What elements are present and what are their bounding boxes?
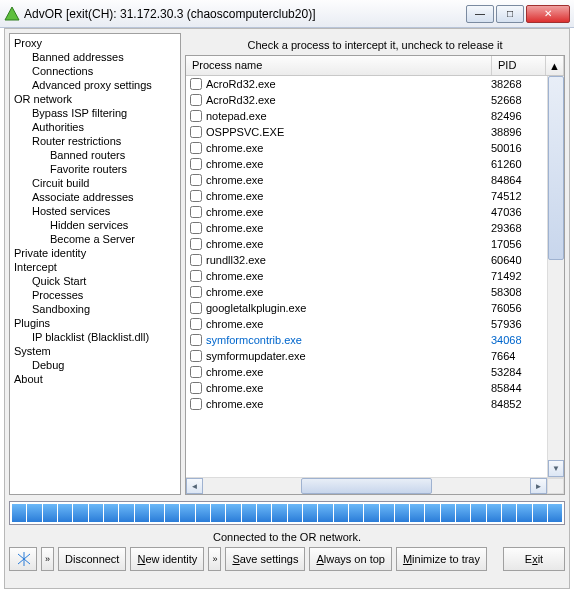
- process-row[interactable]: chrome.exe47036: [186, 204, 547, 220]
- close-button[interactable]: ✕: [526, 5, 570, 23]
- intercept-checkbox[interactable]: [190, 318, 202, 330]
- disconnect-button[interactable]: Disconnect: [58, 547, 126, 571]
- network-menu-button[interactable]: »: [41, 547, 54, 571]
- nav-tree[interactable]: ProxyBanned addressesConnectionsAdvanced…: [9, 33, 181, 495]
- tree-item[interactable]: Associate addresses: [10, 190, 180, 204]
- scroll-down-button[interactable]: ▼: [548, 460, 564, 477]
- app-icon: [4, 6, 20, 22]
- tree-item[interactable]: Debug: [10, 358, 180, 372]
- tree-item[interactable]: Banned addresses: [10, 50, 180, 64]
- process-row[interactable]: chrome.exe53284: [186, 364, 547, 380]
- intercept-checkbox[interactable]: [190, 126, 202, 138]
- scroll-up-button[interactable]: ▲: [546, 56, 564, 75]
- intercept-checkbox[interactable]: [190, 334, 202, 346]
- process-row[interactable]: chrome.exe84864: [186, 172, 547, 188]
- process-row[interactable]: chrome.exe74512: [186, 188, 547, 204]
- scroll-thumb[interactable]: [548, 76, 564, 260]
- process-row[interactable]: chrome.exe17056: [186, 236, 547, 252]
- tree-item[interactable]: OR network: [10, 92, 180, 106]
- tree-item[interactable]: Sandboxing: [10, 302, 180, 316]
- intercept-checkbox[interactable]: [190, 270, 202, 282]
- horizontal-scrollbar[interactable]: ◄ ►: [186, 477, 564, 494]
- network-icon-button[interactable]: [9, 547, 37, 571]
- intercept-checkbox[interactable]: [190, 190, 202, 202]
- process-pid: 7664: [491, 350, 547, 362]
- intercept-checkbox[interactable]: [190, 254, 202, 266]
- scroll-right-button[interactable]: ►: [530, 478, 547, 494]
- intercept-checkbox[interactable]: [190, 110, 202, 122]
- process-row[interactable]: rundll32.exe60640: [186, 252, 547, 268]
- tree-item[interactable]: IP blacklist (Blacklist.dll): [10, 330, 180, 344]
- vertical-scrollbar[interactable]: ▼: [547, 76, 564, 477]
- tree-item[interactable]: Hidden services: [10, 218, 180, 232]
- process-row[interactable]: chrome.exe71492: [186, 268, 547, 284]
- intercept-checkbox[interactable]: [190, 302, 202, 314]
- hscroll-track[interactable]: [203, 478, 530, 494]
- intercept-checkbox[interactable]: [190, 142, 202, 154]
- process-row[interactable]: chrome.exe57936: [186, 316, 547, 332]
- process-row[interactable]: chrome.exe61260: [186, 156, 547, 172]
- intercept-checkbox[interactable]: [190, 286, 202, 298]
- new-identity-menu-button[interactable]: »: [208, 547, 221, 571]
- intercept-checkbox[interactable]: [190, 206, 202, 218]
- intercept-checkbox[interactable]: [190, 222, 202, 234]
- process-row[interactable]: chrome.exe50016: [186, 140, 547, 156]
- progress-segment: [425, 504, 439, 522]
- process-row[interactable]: googletalkplugin.exe76056: [186, 300, 547, 316]
- tree-item[interactable]: Banned routers: [10, 148, 180, 162]
- new-identity-button[interactable]: New identity: [130, 547, 204, 571]
- intercept-checkbox[interactable]: [190, 94, 202, 106]
- tree-item[interactable]: Proxy: [10, 36, 180, 50]
- exit-button[interactable]: Exit: [503, 547, 565, 571]
- tree-item[interactable]: Plugins: [10, 316, 180, 330]
- process-row[interactable]: chrome.exe85844: [186, 380, 547, 396]
- hscroll-thumb[interactable]: [301, 478, 432, 494]
- minimize-button[interactable]: —: [466, 5, 494, 23]
- always-on-top-button[interactable]: Always on top: [309, 547, 392, 571]
- intercept-checkbox[interactable]: [190, 366, 202, 378]
- tree-item[interactable]: Circuit build: [10, 176, 180, 190]
- intercept-checkbox[interactable]: [190, 398, 202, 410]
- tree-item[interactable]: Processes: [10, 288, 180, 302]
- tree-item[interactable]: Router restrictions: [10, 134, 180, 148]
- tree-item[interactable]: Favorite routers: [10, 162, 180, 176]
- tree-item[interactable]: Private identity: [10, 246, 180, 260]
- titlebar[interactable]: AdvOR [exit(CH): 31.172.30.3 (chaoscompu…: [0, 0, 574, 28]
- tree-item[interactable]: Advanced proxy settings: [10, 78, 180, 92]
- tree-item[interactable]: Quick Start: [10, 274, 180, 288]
- process-row[interactable]: notepad.exe82496: [186, 108, 547, 124]
- scroll-left-button[interactable]: ◄: [186, 478, 203, 494]
- process-row[interactable]: symformcontrib.exe34068: [186, 332, 547, 348]
- tree-item[interactable]: Authorities: [10, 120, 180, 134]
- process-pid: 71492: [491, 270, 547, 282]
- process-row[interactable]: chrome.exe58308: [186, 284, 547, 300]
- tree-item[interactable]: Become a Server: [10, 232, 180, 246]
- minimize-to-tray-button[interactable]: Minimize to tray: [396, 547, 487, 571]
- tree-item[interactable]: Bypass ISP filtering: [10, 106, 180, 120]
- tree-item[interactable]: Hosted services: [10, 204, 180, 218]
- tree-item[interactable]: Intercept: [10, 260, 180, 274]
- intercept-checkbox[interactable]: [190, 174, 202, 186]
- process-row[interactable]: AcroRd32.exe38268: [186, 76, 547, 92]
- process-row[interactable]: symformupdater.exe7664: [186, 348, 547, 364]
- panel-hint: Check a process to intercept it, uncheck…: [185, 33, 565, 55]
- process-pid: 17056: [491, 238, 547, 250]
- intercept-checkbox[interactable]: [190, 238, 202, 250]
- tree-item[interactable]: System: [10, 344, 180, 358]
- tree-item[interactable]: Connections: [10, 64, 180, 78]
- column-process-name[interactable]: Process name: [186, 56, 492, 75]
- process-name: chrome.exe: [206, 174, 491, 186]
- process-row[interactable]: chrome.exe29368: [186, 220, 547, 236]
- process-row[interactable]: OSPPSVC.EXE38896: [186, 124, 547, 140]
- maximize-button[interactable]: □: [496, 5, 524, 23]
- tree-item[interactable]: About: [10, 372, 180, 386]
- intercept-checkbox[interactable]: [190, 382, 202, 394]
- save-settings-button[interactable]: Save settings: [225, 547, 305, 571]
- column-pid[interactable]: PID: [492, 56, 546, 75]
- intercept-checkbox[interactable]: [190, 158, 202, 170]
- intercept-checkbox[interactable]: [190, 350, 202, 362]
- intercept-checkbox[interactable]: [190, 78, 202, 90]
- process-row[interactable]: AcroRd32.exe52668: [186, 92, 547, 108]
- process-row[interactable]: chrome.exe84852: [186, 396, 547, 412]
- list-body[interactable]: AcroRd32.exe38268AcroRd32.exe52668notepa…: [186, 76, 547, 477]
